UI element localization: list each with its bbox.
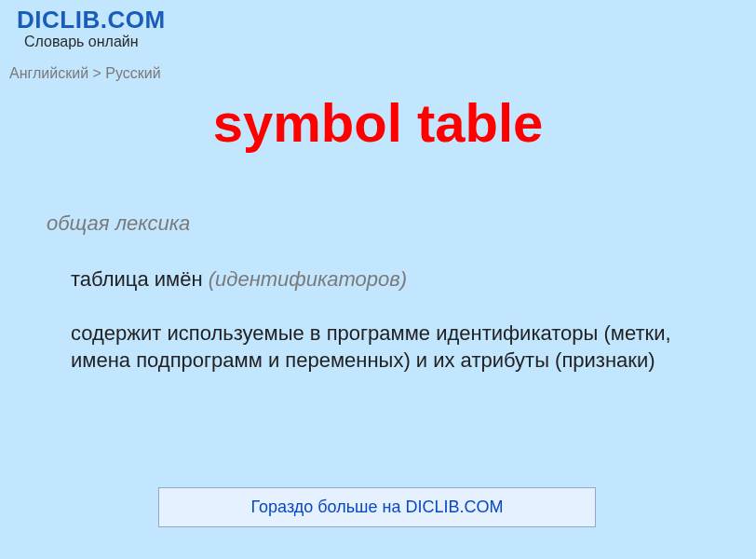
site-title[interactable]: DICLIB.COM: [17, 7, 739, 32]
cta-label: Гораздо больше на DICLIB.COM: [251, 498, 504, 516]
definition-qualifier: (идентификаторов): [209, 267, 407, 291]
entry-content: symbol table общая лексика таблица имён …: [0, 91, 756, 375]
definition-full: содержит используемые в программе иденти…: [71, 320, 719, 375]
cta-box[interactable]: Гораздо больше на DICLIB.COM: [158, 487, 596, 527]
site-header: DICLIB.COM Словарь онлайн: [0, 0, 756, 52]
breadcrumb: Английский > Русский: [0, 52, 756, 89]
entry-category: общая лексика: [47, 211, 737, 236]
definition-block: таблица имён (идентификаторов) содержит …: [71, 266, 719, 375]
definition-short: таблица имён (идентификаторов): [71, 266, 719, 293]
site-subtitle: Словарь онлайн: [24, 34, 739, 50]
definition-main-text: таблица имён: [71, 267, 209, 291]
entry-title: symbol table: [19, 91, 737, 154]
